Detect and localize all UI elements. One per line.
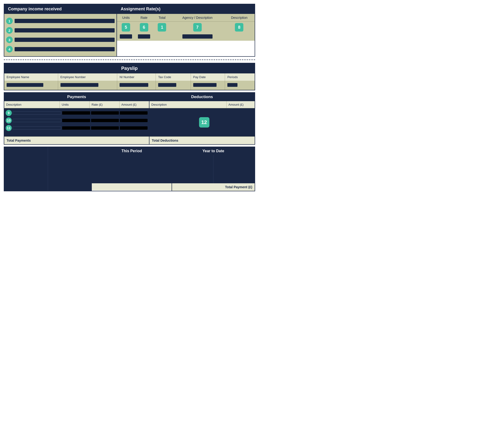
this-period-footer xyxy=(92,183,171,190)
ps-data-periods xyxy=(225,81,255,90)
pay-col-description: Description xyxy=(4,101,60,108)
ci-bar-1 xyxy=(15,19,115,23)
ar-badge-6: 6 xyxy=(140,23,148,32)
ytd-content xyxy=(172,155,255,183)
ps-data-paydate xyxy=(191,81,225,90)
badge-2: 2 xyxy=(6,27,13,34)
ar-cell-6: 6 xyxy=(135,22,153,33)
payslip-title: Payslip xyxy=(4,63,255,73)
ar-col-agency: Agency / Description xyxy=(171,14,224,22)
deduction-badge-area: 12 xyxy=(199,117,209,128)
ci-bar-2 xyxy=(15,28,115,32)
deductions-rows: 12 xyxy=(149,108,255,136)
ar-badge-row: 5 6 1 7 8 xyxy=(117,22,255,33)
ar-badge-1: 1 xyxy=(158,23,166,32)
ar-badge-7: 7 xyxy=(193,23,202,32)
pay-amount-9 xyxy=(120,111,148,115)
ar-col-units: Units xyxy=(117,14,135,22)
ci-bar-3 xyxy=(15,38,115,42)
total-deductions-label: Total Deductions xyxy=(152,139,227,142)
ar-badge-8: 8 xyxy=(235,23,243,32)
ci-row-2: 2 xyxy=(6,26,115,35)
badge-11: 11 xyxy=(6,125,12,131)
ar-cell-1: 1 xyxy=(153,22,171,33)
section-divider xyxy=(4,60,255,60)
ar-data-4 xyxy=(171,33,224,41)
badge-10: 10 xyxy=(6,117,12,124)
ar-cell-5: 5 xyxy=(117,22,135,33)
ytd-col-2 xyxy=(213,155,255,183)
bottom-left-panel xyxy=(4,147,92,191)
pay-rate-9 xyxy=(91,111,119,115)
ytd-col-1 xyxy=(172,155,213,183)
payment-row-11: 11 xyxy=(4,124,149,132)
total-payments-label: Total Payments xyxy=(7,139,61,142)
ps-col-tax-code: Tax Code xyxy=(156,73,191,81)
ar-data-1 xyxy=(117,33,135,41)
company-income-panel: Company income received 1 2 3 4 xyxy=(4,4,117,56)
pay-col-rate: Rate (£) xyxy=(90,101,120,108)
ci-row-4: 4 xyxy=(6,45,115,53)
pay-rate-10 xyxy=(91,119,119,122)
badge-3: 3 xyxy=(6,36,13,43)
ar-data-row xyxy=(117,33,255,41)
ps-col-pay-date: Pay Date xyxy=(191,73,225,81)
ps-data-ni xyxy=(117,81,156,90)
deductions-title: Deductions xyxy=(149,93,255,101)
ar-col-total: Total xyxy=(153,14,171,22)
total-payment-label: Total Payment (£) xyxy=(225,185,252,189)
assignment-rates-panel: Assignment Rate(s) Units Rate Total Agen… xyxy=(117,4,255,56)
deductions-column-headers: Description Amount (£) xyxy=(149,101,255,108)
ar-table: Units Rate Total Agency / Description De… xyxy=(117,14,255,41)
ar-col-description: Description xyxy=(224,14,255,22)
total-pay-rate xyxy=(91,139,118,142)
ps-data-number xyxy=(58,81,117,90)
total-pay-amount xyxy=(119,139,147,142)
pay-units-9 xyxy=(62,111,90,115)
total-pay-units xyxy=(62,139,90,142)
ci-row-3: 3 xyxy=(6,36,115,44)
ar-data-3 xyxy=(153,33,171,41)
payment-row-9: 9 xyxy=(4,109,149,117)
assignment-rates-title: Assignment Rate(s) xyxy=(117,4,255,14)
ps-col-periods: Periods xyxy=(225,73,255,81)
this-period-title: This Period xyxy=(92,147,171,155)
pay-amount-11 xyxy=(120,126,148,130)
payments-title: Payments xyxy=(4,93,149,101)
ar-badge-5: 5 xyxy=(122,23,130,32)
ps-data-name xyxy=(4,81,58,90)
deductions-panel: Deductions Description Amount (£) 12 Tot… xyxy=(149,93,255,144)
pay-units-10 xyxy=(62,119,90,122)
badge-12: 12 xyxy=(199,117,209,128)
ci-bar-4 xyxy=(15,47,115,51)
top-section: Company income received 1 2 3 4 Assignme… xyxy=(4,4,255,57)
payments-panel: Payments Description Units Rate (£) Amou… xyxy=(4,93,149,144)
total-payments-row: Total Payments xyxy=(4,136,149,144)
pay-units-11 xyxy=(62,126,90,130)
ded-col-amount: Amount (£) xyxy=(227,101,255,108)
payments-deductions-section: Payments Description Units Rate (£) Amou… xyxy=(4,92,255,145)
payments-rows: 9 10 11 xyxy=(4,108,149,136)
payslip-section: Payslip Employee Name Employee Number NI… xyxy=(4,63,255,90)
ar-col-rate: Rate xyxy=(135,14,153,22)
ded-col-description: Description xyxy=(149,101,226,108)
ar-data-2 xyxy=(135,33,153,41)
ytd-title: Year to Date xyxy=(172,147,255,155)
total-deductions-row: Total Deductions xyxy=(149,136,255,144)
ps-col-ni-number: NI Number xyxy=(117,73,156,81)
this-period-content xyxy=(92,155,171,183)
this-period-panel: This Period xyxy=(92,147,172,191)
company-income-rows: 1 2 3 4 xyxy=(4,14,116,56)
badge-4: 4 xyxy=(6,46,13,52)
ps-col-employee-name: Employee Name xyxy=(4,73,58,81)
pay-rate-11 xyxy=(91,126,119,130)
pay-amount-10 xyxy=(120,119,148,122)
payslip-table: Employee Name Employee Number NI Number … xyxy=(4,73,255,90)
pay-col-units: Units xyxy=(60,101,90,108)
ps-data-tax xyxy=(156,81,191,90)
ar-cell-8: 8 xyxy=(224,22,255,33)
payments-column-headers: Description Units Rate (£) Amount (£) xyxy=(4,101,149,108)
badge-1: 1 xyxy=(6,18,13,24)
ci-row-1: 1 xyxy=(6,17,115,25)
company-income-title: Company income received xyxy=(4,4,116,14)
